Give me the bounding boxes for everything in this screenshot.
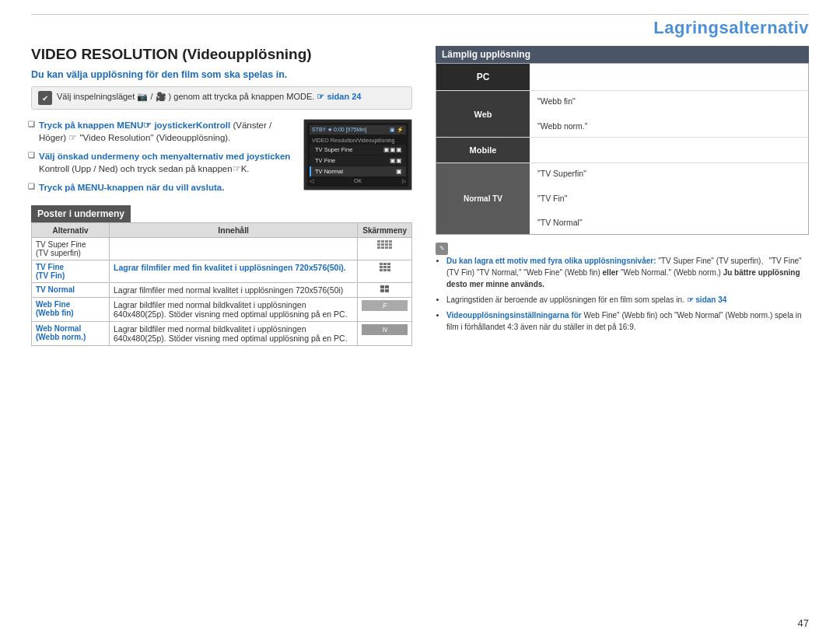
step-2-bold: Välj önskad undermeny och menyalternativ…: [39, 152, 290, 161]
res-content-normaltv: "TV Superfin" "TV Fin" "TV Normal": [530, 163, 808, 234]
submenu-section: Poster i undermeny Alternativ Innehåll S…: [31, 205, 412, 346]
step-2-normal: Kontroll (Upp / Ned) och tryck sedan på …: [39, 164, 250, 173]
steps-list: Tryck på knappen MENU☞ joystickerKontrol…: [31, 119, 412, 194]
main-content: VIDEO RESOLUTION (Videoupplösning) Du ka…: [31, 46, 809, 346]
res-label-mobile: Mobile: [436, 138, 530, 162]
step-2: Välj önskad undermeny och menyalternativ…: [31, 150, 412, 175]
steps-area: STBY ★ 0:00 [975Min] ▣ ⚡ VIDEO Resolutio…: [31, 119, 412, 194]
res-label-normaltv: Normal TV: [436, 163, 530, 234]
table-row: Web Normal(Webb norm.) Lagrar bildfiler …: [32, 322, 412, 346]
tv-normal-label: "TV Normal": [537, 217, 800, 229]
row-content-4: Lagrar bildfiler med normal bildkvalitet…: [110, 298, 358, 322]
webb-fin-label: "Webb fin": [537, 96, 800, 108]
screen-icon-grid-small: [380, 285, 389, 292]
step-3-bold: Tryck på MENU-knappen när du vill avslut…: [39, 183, 224, 192]
res-content-pc: [530, 64, 808, 90]
row-content-5: Lagrar bildfiler med normal bildkvalitet…: [110, 322, 358, 346]
page-number: 47: [798, 617, 809, 629]
right-note-icon: ✎: [436, 243, 448, 255]
note-text-suffix: ) genom att trycka på knappen MODE.: [169, 92, 315, 101]
res-row-mobile: Mobile: [436, 138, 808, 163]
row-content-2: Lagrar filmfiler med fin kvalitet i uppl…: [110, 260, 358, 283]
res-label-web: Web: [436, 91, 530, 137]
row-screen-4: F: [358, 298, 412, 322]
subtitle: Du kan välja upplösning för den film som…: [31, 69, 412, 80]
row-screen-5: N: [358, 322, 412, 346]
resolution-diagram: PC Web "Webb fin" "Webb norm." Mobile: [436, 63, 809, 235]
screen-icon-grid-medium: [380, 263, 390, 271]
note-link: ☞ sidan 24: [317, 92, 361, 101]
webb-norm-label: "Webb norm.": [537, 121, 800, 133]
page-container: Lagringsalternativ VIDEO RESOLUTION (Vid…: [0, 0, 840, 643]
col-header-alternativ: Alternativ: [32, 223, 110, 238]
submenu-header: Poster i undermeny: [31, 205, 131, 222]
step-1: Tryck på knappen MENU☞ joystickerKontrol…: [31, 119, 412, 144]
right-column: Lämplig upplösning PC Web "Webb fin" "We…: [436, 46, 809, 346]
camera-icon: 📷 / 🎥: [137, 92, 168, 101]
row-alt-4: Web Fine(Webb fin): [32, 298, 110, 322]
row-screen-3: [358, 283, 412, 298]
note-text: Välj inspelningsläget 📷 / 🎥 ) genom att …: [57, 91, 361, 103]
screen-F: F: [362, 300, 408, 311]
row-screen-1: [358, 238, 412, 260]
row-alt-5: Web Normal(Webb norm.): [32, 322, 110, 346]
table-row: TV Super Fine(TV superfin): [32, 238, 412, 260]
page-header: Lagringsalternativ: [31, 14, 809, 38]
col-header-skarmeny: Skärmmeny: [358, 223, 412, 238]
step-3: Tryck på MENU-knappen när du vill avslut…: [31, 181, 412, 194]
note-1-bold: Du kan lagra ett motiv med fyra olika up…: [446, 257, 656, 265]
note-text-prefix: Välj inspelningsläget: [57, 92, 135, 101]
note-2-text: Lagringstiden är beroende av upplösninge…: [446, 295, 687, 304]
right-note-2: Lagringstiden är beroende av upplösninge…: [446, 294, 809, 306]
right-note-3: Videoupplösningsinställningarna för Web …: [446, 309, 809, 333]
res-content-mobile: [530, 138, 808, 162]
row-content-3: Lagrar filmfiler med normal kvalitet i u…: [110, 283, 358, 298]
res-row-web: Web "Webb fin" "Webb norm.": [436, 91, 808, 138]
row-screen-2: [358, 260, 412, 283]
res-row-normaltv: Normal TV "TV Superfin" "TV Fin" "TV Nor…: [436, 163, 808, 234]
right-notes: ✎ Du kan lagra ett motiv med fyra olika …: [436, 243, 809, 333]
note-3-bold: Videoupplösningsinställningarna för: [446, 311, 582, 320]
note-icon: ✔: [38, 91, 52, 105]
section-title: VIDEO RESOLUTION (Videoupplösning): [31, 46, 412, 63]
table-row: Web Fine(Webb fin) Lagrar bildfiler med …: [32, 298, 412, 322]
screen-icon-grid-large: [377, 240, 392, 249]
res-label-pc: PC: [436, 64, 530, 90]
tv-superfin-label: "TV Superfin": [537, 168, 800, 180]
step-1-bold: Tryck på knappen MENU☞ joystickerKontrol…: [39, 121, 230, 130]
page-title: Lagringsalternativ: [653, 18, 809, 37]
poster-table: Alternativ Innehåll Skärmmeny TV Super F…: [31, 222, 412, 346]
right-notes-list: Du kan lagra ett motiv med fyra olika up…: [436, 255, 809, 333]
resolution-header: Lämplig upplösning: [436, 46, 809, 63]
res-content-web: "Webb fin" "Webb norm.": [530, 91, 808, 137]
res-row-pc: PC: [436, 64, 808, 91]
col-header-innehall: Innehåll: [110, 223, 358, 238]
table-row: TV Fine(TV Fin) Lagrar filmfiler med fin…: [32, 260, 412, 283]
note-box: ✔ Välj inspelningsläget 📷 / 🎥 ) genom at…: [31, 86, 412, 110]
screen-N: N: [362, 324, 408, 335]
left-column: VIDEO RESOLUTION (Videoupplösning) Du ka…: [31, 46, 412, 346]
row-alt-1: TV Super Fine(TV superfin): [32, 238, 110, 260]
tv-fin-label: "TV Fin": [537, 193, 800, 205]
note-2-link: ☞ sidan 34: [687, 295, 727, 304]
table-row: TV Normal Lagrar filmfiler med normal kv…: [32, 283, 412, 298]
right-note-1: Du kan lagra ett motiv med fyra olika up…: [446, 255, 809, 290]
row-content-1: [110, 238, 358, 260]
row-alt-2: TV Fine(TV Fin): [32, 260, 110, 283]
row-alt-3: TV Normal: [32, 283, 110, 298]
